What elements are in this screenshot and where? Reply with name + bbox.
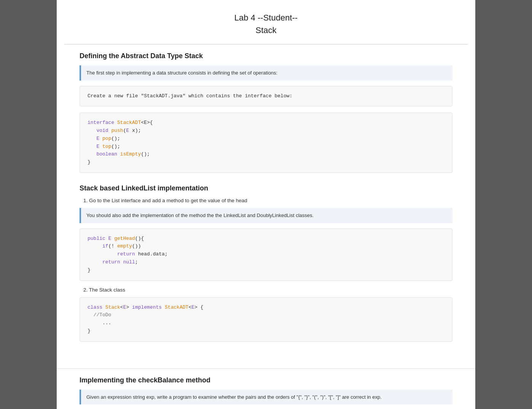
section-checkbalance: Implementing the checkBalance method Giv… <box>80 376 452 409</box>
page-wrapper: Lab 4 --Student-- Stack Defining the Abs… <box>0 0 532 409</box>
stack-class-code-block: class Stack<E> implements StackADT<E> { … <box>80 297 452 342</box>
fn-gethead: getHead <box>114 236 135 241</box>
fn-stackadt: StackADT <box>117 120 141 125</box>
fn-push: push <box>111 128 123 133</box>
adt-code-block: interface StackADT<E>{ void push(E x); E… <box>80 113 452 173</box>
main-content: Defining the Abstract Data Type Stack Th… <box>57 44 475 368</box>
step-1-text: 1. Go to the List interface and add a me… <box>83 198 452 203</box>
step-2-text: 2. The Stack class <box>83 287 452 293</box>
section-checkbalance-title: Implementing the checkBalance method <box>80 376 452 384</box>
fn-top: top <box>102 144 111 149</box>
section-checkbalance-wrapper: Implementing the checkBalance method Giv… <box>57 368 475 409</box>
adt-info-box: The first step in implementing a data st… <box>80 65 452 81</box>
kw-interface: interface <box>88 120 114 125</box>
fn-stack: Stack <box>105 304 120 310</box>
cm-todo1: //ToDo <box>94 312 111 318</box>
page-container: Lab 4 --Student-- Stack Defining the Abs… <box>57 0 475 409</box>
checkbalance-info: Given an expression string exp, write a … <box>80 390 452 405</box>
fn-pop: pop <box>102 136 111 141</box>
section-adt-title: Defining the Abstract Data Type Stack <box>80 52 452 60</box>
header: Lab 4 --Student-- Stack <box>57 0 475 44</box>
adt-instruction-code: Create a new file "StackADT.java" which … <box>80 86 452 107</box>
section-linked-title: Stack based LinkedList implementation <box>80 184 452 192</box>
page-title: Lab 4 --Student-- Stack <box>64 11 468 36</box>
kw-void: void <box>96 128 108 133</box>
fn-stackadt2: StackADT <box>165 304 188 310</box>
fn-empty: empty <box>117 243 132 249</box>
section-linkedlist: Stack based LinkedList implementation 1.… <box>80 184 452 342</box>
section-adt: Defining the Abstract Data Type Stack Th… <box>80 52 452 173</box>
step-1-info: You should also add the implementation o… <box>80 208 452 223</box>
fn-isempty: isEmpty <box>120 151 141 157</box>
gethead-code-block: public E getHead(){ if(! empty()) return… <box>80 228 452 281</box>
